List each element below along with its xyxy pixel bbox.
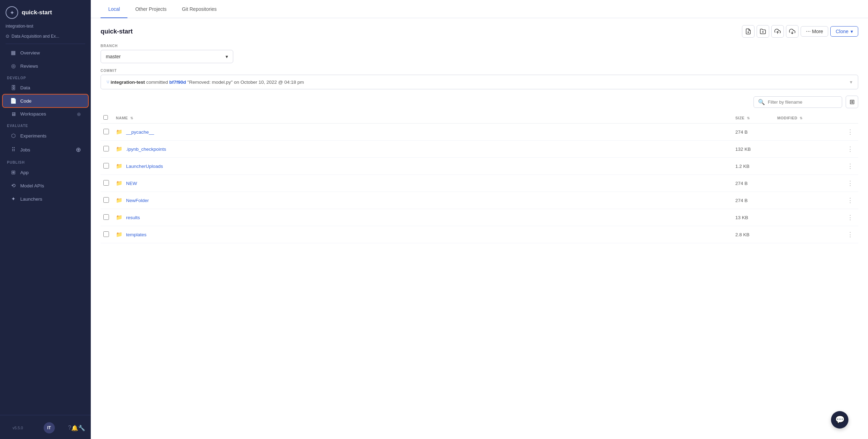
row-size-cell: 274 B	[733, 175, 774, 192]
sidebar-item-app[interactable]: ⊞ App	[3, 166, 88, 179]
bell-icon[interactable]: 🔔	[71, 425, 78, 431]
sidebar-item-label: Overview	[20, 50, 40, 55]
row-checkbox[interactable]	[103, 214, 109, 220]
file-table: NAME ⇅ SIZE ⇅ MODIFIED ⇅	[101, 112, 858, 243]
commit-hash[interactable]: bf7f90d	[169, 80, 186, 85]
commit-info: ⑂ integration-test committed bf7f90d "Re…	[106, 80, 304, 85]
folder-icon: 📁	[116, 231, 123, 238]
workspaces-icon: 🖥	[10, 111, 17, 117]
sidebar-item-workspaces[interactable]: 🖥 Workspaces ⊕	[3, 108, 88, 120]
help-icon[interactable]: ?	[68, 425, 71, 431]
file-table-body: 📁 __pycache__ 274 B ⋮ 📁 .ipynb_checkpoin…	[101, 124, 858, 243]
view-toggle-button[interactable]: ⊞	[846, 96, 858, 108]
tab-local[interactable]: Local	[101, 0, 127, 18]
filter-search-icon: 🔍	[758, 99, 765, 105]
tab-other-projects[interactable]: Other Projects	[127, 0, 174, 18]
row-menu-button[interactable]: ⋮	[847, 163, 854, 170]
table-row: 📁 __pycache__ 274 B ⋮	[101, 124, 858, 141]
sidebar: ✦ quick-start integration-test ⊙ Data Ac…	[0, 0, 91, 439]
col-header-size[interactable]: SIZE ⇅	[733, 112, 774, 124]
experiments-icon: ⬡	[10, 133, 17, 139]
chat-button[interactable]: 💬	[831, 411, 848, 429]
folder-icon: 📁	[116, 129, 123, 135]
file-name-link[interactable]: 📁 LauncherUploads	[116, 163, 728, 169]
file-name-link[interactable]: 📁 __pycache__	[116, 129, 728, 135]
clone-button[interactable]: Clone ▾	[830, 26, 858, 37]
select-all-checkbox[interactable]	[103, 115, 108, 120]
user-avatar[interactable]: IT	[44, 422, 55, 433]
sidebar-bottom: v5.5.0 IT ? 🔔 🔧	[0, 415, 91, 439]
table-row: 📁 LauncherUploads 1.2 KB ⋮	[101, 158, 858, 175]
sidebar-item-reviews[interactable]: ◎ Reviews	[3, 60, 88, 72]
file-name-link[interactable]: 📁 results	[116, 214, 728, 221]
jobs-icon: ⠿	[10, 147, 17, 153]
table-row: 📁 NEW 274 B ⋮	[101, 175, 858, 192]
project-name: Data Acquisition and Ex...	[12, 34, 59, 39]
row-size-cell: 274 B	[733, 192, 774, 209]
row-name-cell: 📁 LauncherUploads	[113, 158, 733, 175]
new-file-button[interactable]	[742, 25, 755, 38]
row-menu-button[interactable]: ⋮	[847, 231, 854, 238]
evaluate-section-label: EVALUATE	[0, 120, 91, 129]
app-logo-icon: ✦	[6, 6, 18, 19]
row-checkbox[interactable]	[103, 163, 109, 169]
row-checkbox-cell	[101, 192, 113, 209]
row-checkbox[interactable]	[103, 180, 109, 186]
sidebar-item-label: Experiments	[20, 133, 46, 139]
sidebar-subtitle: integration-test	[0, 22, 91, 34]
sidebar-item-model-apis[interactable]: ⟲ Model APIs	[3, 179, 88, 192]
row-modified-cell	[774, 175, 844, 192]
filter-input-wrap: 🔍	[753, 96, 842, 108]
clone-label: Clone	[836, 29, 848, 34]
upload-button[interactable]	[771, 25, 784, 38]
file-name: .ipynb_checkpoints	[126, 147, 166, 152]
size-sort-icon: ⇅	[747, 116, 750, 120]
row-checkbox-cell	[101, 209, 113, 226]
row-modified-cell	[774, 158, 844, 175]
settings-icon[interactable]: 🔧	[78, 425, 85, 431]
more-button[interactable]: ⋯ More	[801, 26, 829, 37]
name-sort-icon: ⇅	[130, 116, 133, 120]
row-checkbox-cell	[101, 226, 113, 243]
row-menu-button[interactable]: ⋮	[847, 128, 854, 135]
branch-select[interactable]: master ▾	[101, 50, 233, 63]
row-menu-button[interactable]: ⋮	[847, 146, 854, 152]
file-name: NewFolder	[126, 198, 149, 203]
sidebar-item-code[interactable]: 📄 Code	[3, 95, 88, 107]
workspaces-arrow-icon: ⊕	[77, 111, 81, 117]
col-header-name[interactable]: NAME ⇅	[113, 112, 733, 124]
row-size-cell: 274 B	[733, 124, 774, 141]
row-checkbox[interactable]	[103, 231, 109, 237]
sidebar-item-data[interactable]: 🗄 Data	[3, 82, 88, 94]
file-name-link[interactable]: 📁 NEW	[116, 180, 728, 186]
row-menu-button[interactable]: ⋮	[847, 214, 854, 221]
new-folder-button[interactable]	[757, 25, 769, 38]
sidebar-item-launchers[interactable]: ✦ Launchers	[3, 193, 88, 205]
filter-bar: 🔍 ⊞	[101, 96, 858, 108]
commit-expand-icon[interactable]: ▾	[850, 79, 852, 85]
publish-section-label: PUBLISH	[0, 157, 91, 166]
row-checkbox[interactable]	[103, 197, 109, 203]
row-menu-button[interactable]: ⋮	[847, 197, 854, 204]
row-size-cell: 132 KB	[733, 141, 774, 158]
col-header-modified[interactable]: MODIFIED ⇅	[774, 112, 844, 124]
commit-date: on October 10, 2022 @ 04:18 pm	[234, 80, 304, 85]
folder-icon: 📁	[116, 214, 123, 221]
filter-input[interactable]	[768, 99, 838, 105]
file-name-link[interactable]: 📁 .ipynb_checkpoints	[116, 146, 728, 152]
row-name-cell: 📁 NewFolder	[113, 192, 733, 209]
row-checkbox[interactable]	[103, 146, 109, 151]
file-name-link[interactable]: 📁 NewFolder	[116, 197, 728, 203]
jobs-add-icon[interactable]: ⊕	[76, 146, 81, 154]
sidebar-item-experiments[interactable]: ⬡ Experiments	[3, 129, 88, 142]
file-name: NEW	[126, 181, 137, 186]
clone-chevron-icon: ▾	[851, 29, 853, 34]
row-checkbox[interactable]	[103, 129, 109, 134]
row-menu-button[interactable]: ⋮	[847, 180, 854, 187]
file-name-link[interactable]: 📁 templates	[116, 231, 728, 238]
sidebar-item-jobs[interactable]: ⠿ Jobs ⊕	[3, 143, 88, 157]
download-button[interactable]	[786, 25, 799, 38]
commit-message: "Removed: model.py"	[187, 80, 233, 85]
tab-git-repositories[interactable]: Git Repositories	[174, 0, 225, 18]
sidebar-item-overview[interactable]: ▦ Overview	[3, 46, 88, 59]
